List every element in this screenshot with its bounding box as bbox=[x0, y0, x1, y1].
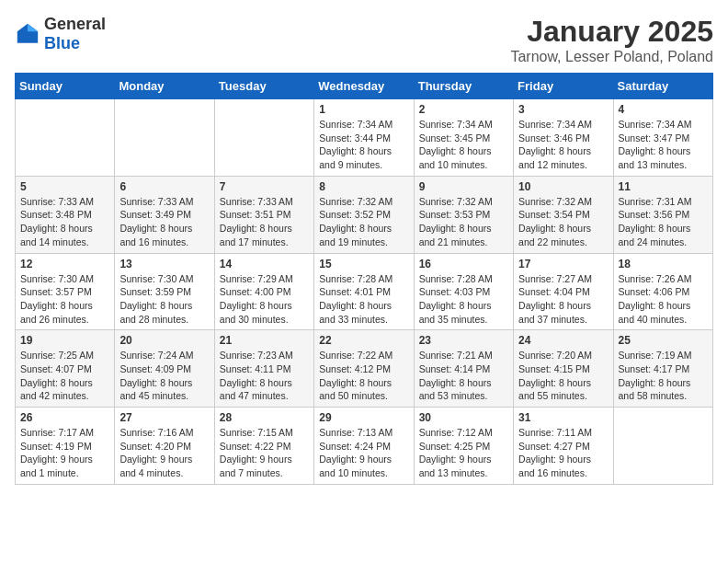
weekday-header-friday: Friday bbox=[514, 74, 613, 99]
logo-general: General bbox=[44, 15, 106, 33]
calendar-cell: 17Sunrise: 7:27 AM Sunset: 4:04 PM Dayli… bbox=[514, 253, 613, 330]
day-number: 4 bbox=[619, 103, 708, 116]
weekday-header-row: SundayMondayTuesdayWednesdayThursdayFrid… bbox=[16, 74, 713, 99]
calendar-cell: 29Sunrise: 7:13 AM Sunset: 4:24 PM Dayli… bbox=[314, 408, 414, 485]
location-title: Tarnow, Lesser Poland, Poland bbox=[510, 49, 713, 65]
calendar-cell: 20Sunrise: 7:24 AM Sunset: 4:09 PM Dayli… bbox=[115, 330, 214, 408]
day-info: Sunrise: 7:28 AM Sunset: 4:03 PM Dayligh… bbox=[419, 272, 508, 327]
day-info: Sunrise: 7:30 AM Sunset: 3:57 PM Dayligh… bbox=[20, 272, 109, 327]
day-info: Sunrise: 7:16 AM Sunset: 4:20 PM Dayligh… bbox=[119, 426, 209, 480]
calendar-cell: 21Sunrise: 7:23 AM Sunset: 4:11 PM Dayli… bbox=[214, 330, 313, 408]
day-number: 1 bbox=[319, 103, 408, 116]
day-info: Sunrise: 7:21 AM Sunset: 4:14 PM Dayligh… bbox=[419, 349, 508, 403]
title-area: January 2025 Tarnow, Lesser Poland, Pola… bbox=[510, 15, 713, 65]
day-info: Sunrise: 7:20 AM Sunset: 4:15 PM Dayligh… bbox=[518, 349, 608, 403]
svg-marker-1 bbox=[28, 24, 38, 31]
day-info: Sunrise: 7:32 AM Sunset: 3:54 PM Dayligh… bbox=[518, 195, 608, 249]
calendar-cell: 1Sunrise: 7:34 AM Sunset: 3:44 PM Daylig… bbox=[314, 99, 414, 177]
day-info: Sunrise: 7:28 AM Sunset: 4:01 PM Dayligh… bbox=[319, 272, 408, 327]
month-title: January 2025 bbox=[510, 15, 713, 49]
day-info: Sunrise: 7:19 AM Sunset: 4:17 PM Dayligh… bbox=[619, 349, 708, 403]
day-info: Sunrise: 7:15 AM Sunset: 4:22 PM Dayligh… bbox=[220, 426, 309, 480]
day-number: 23 bbox=[419, 334, 508, 347]
calendar-cell: 8Sunrise: 7:32 AM Sunset: 3:52 PM Daylig… bbox=[314, 176, 414, 253]
calendar-cell: 6Sunrise: 7:33 AM Sunset: 3:49 PM Daylig… bbox=[115, 176, 214, 253]
weekday-header-tuesday: Tuesday bbox=[214, 74, 313, 99]
day-info: Sunrise: 7:29 AM Sunset: 4:00 PM Dayligh… bbox=[220, 272, 309, 327]
day-info: Sunrise: 7:34 AM Sunset: 3:45 PM Dayligh… bbox=[419, 118, 508, 172]
calendar-cell: 3Sunrise: 7:34 AM Sunset: 3:46 PM Daylig… bbox=[514, 99, 613, 177]
day-number: 5 bbox=[20, 180, 109, 193]
day-number: 7 bbox=[220, 180, 309, 193]
calendar-row: 19Sunrise: 7:25 AM Sunset: 4:07 PM Dayli… bbox=[16, 330, 713, 408]
day-number: 18 bbox=[619, 258, 708, 270]
day-number: 22 bbox=[319, 334, 408, 347]
calendar-cell: 15Sunrise: 7:28 AM Sunset: 4:01 PM Dayli… bbox=[314, 253, 414, 330]
day-info: Sunrise: 7:34 AM Sunset: 3:47 PM Dayligh… bbox=[619, 118, 708, 172]
calendar-row: 12Sunrise: 7:30 AM Sunset: 3:57 PM Dayli… bbox=[16, 253, 713, 330]
calendar-table: SundayMondayTuesdayWednesdayThursdayFrid… bbox=[15, 73, 713, 485]
calendar-cell: 22Sunrise: 7:22 AM Sunset: 4:12 PM Dayli… bbox=[314, 330, 414, 408]
calendar-row: 5Sunrise: 7:33 AM Sunset: 3:48 PM Daylig… bbox=[16, 176, 713, 253]
calendar-cell: 24Sunrise: 7:20 AM Sunset: 4:15 PM Dayli… bbox=[514, 330, 613, 408]
day-info: Sunrise: 7:11 AM Sunset: 4:27 PM Dayligh… bbox=[518, 426, 608, 480]
day-number: 10 bbox=[518, 180, 608, 193]
day-info: Sunrise: 7:33 AM Sunset: 3:51 PM Dayligh… bbox=[220, 195, 309, 249]
day-info: Sunrise: 7:23 AM Sunset: 4:11 PM Dayligh… bbox=[220, 349, 309, 403]
calendar-row: 26Sunrise: 7:17 AM Sunset: 4:19 PM Dayli… bbox=[16, 408, 713, 485]
page-header: General Blue January 2025 Tarnow, Lesser… bbox=[15, 15, 713, 65]
day-number: 16 bbox=[419, 258, 508, 270]
calendar-cell: 10Sunrise: 7:32 AM Sunset: 3:54 PM Dayli… bbox=[514, 176, 613, 253]
day-number: 27 bbox=[119, 411, 209, 424]
day-number: 21 bbox=[220, 334, 309, 347]
day-info: Sunrise: 7:26 AM Sunset: 4:06 PM Dayligh… bbox=[619, 272, 708, 327]
calendar-cell: 12Sunrise: 7:30 AM Sunset: 3:57 PM Dayli… bbox=[16, 253, 115, 330]
day-number: 3 bbox=[518, 103, 608, 116]
day-number: 15 bbox=[319, 258, 408, 270]
day-number: 6 bbox=[119, 180, 209, 193]
day-number: 9 bbox=[419, 180, 508, 193]
weekday-header-thursday: Thursday bbox=[414, 74, 513, 99]
calendar-cell: 2Sunrise: 7:34 AM Sunset: 3:45 PM Daylig… bbox=[414, 99, 513, 177]
calendar-cell: 11Sunrise: 7:31 AM Sunset: 3:56 PM Dayli… bbox=[613, 176, 712, 253]
calendar-cell: 13Sunrise: 7:30 AM Sunset: 3:59 PM Dayli… bbox=[115, 253, 214, 330]
day-number: 11 bbox=[619, 180, 708, 193]
logo-icon bbox=[15, 21, 40, 47]
calendar-cell bbox=[613, 408, 712, 485]
calendar-cell: 5Sunrise: 7:33 AM Sunset: 3:48 PM Daylig… bbox=[16, 176, 115, 253]
calendar-cell: 31Sunrise: 7:11 AM Sunset: 4:27 PM Dayli… bbox=[514, 408, 613, 485]
day-number: 19 bbox=[20, 334, 109, 347]
day-info: Sunrise: 7:33 AM Sunset: 3:49 PM Dayligh… bbox=[119, 195, 209, 249]
day-number: 25 bbox=[619, 334, 708, 347]
day-info: Sunrise: 7:31 AM Sunset: 3:56 PM Dayligh… bbox=[619, 195, 708, 249]
day-number: 14 bbox=[220, 258, 309, 270]
day-number: 8 bbox=[319, 180, 408, 193]
day-number: 31 bbox=[518, 411, 608, 424]
calendar-cell: 18Sunrise: 7:26 AM Sunset: 4:06 PM Dayli… bbox=[613, 253, 712, 330]
day-info: Sunrise: 7:34 AM Sunset: 3:44 PM Dayligh… bbox=[319, 118, 408, 172]
logo: General Blue bbox=[15, 15, 106, 53]
logo-blue: Blue bbox=[44, 34, 80, 52]
day-number: 24 bbox=[518, 334, 608, 347]
calendar-cell: 26Sunrise: 7:17 AM Sunset: 4:19 PM Dayli… bbox=[16, 408, 115, 485]
calendar-cell: 9Sunrise: 7:32 AM Sunset: 3:53 PM Daylig… bbox=[414, 176, 513, 253]
calendar-cell: 28Sunrise: 7:15 AM Sunset: 4:22 PM Dayli… bbox=[214, 408, 313, 485]
day-number: 2 bbox=[419, 103, 508, 116]
day-number: 28 bbox=[220, 411, 309, 424]
day-info: Sunrise: 7:24 AM Sunset: 4:09 PM Dayligh… bbox=[119, 349, 209, 403]
day-number: 26 bbox=[20, 411, 109, 424]
day-info: Sunrise: 7:34 AM Sunset: 3:46 PM Dayligh… bbox=[518, 118, 608, 172]
day-info: Sunrise: 7:27 AM Sunset: 4:04 PM Dayligh… bbox=[518, 272, 608, 327]
calendar-cell: 16Sunrise: 7:28 AM Sunset: 4:03 PM Dayli… bbox=[414, 253, 513, 330]
calendar-cell: 23Sunrise: 7:21 AM Sunset: 4:14 PM Dayli… bbox=[414, 330, 513, 408]
weekday-header-sunday: Sunday bbox=[16, 74, 115, 99]
day-info: Sunrise: 7:13 AM Sunset: 4:24 PM Dayligh… bbox=[319, 426, 408, 480]
calendar-cell: 30Sunrise: 7:12 AM Sunset: 4:25 PM Dayli… bbox=[414, 408, 513, 485]
calendar-cell: 4Sunrise: 7:34 AM Sunset: 3:47 PM Daylig… bbox=[613, 99, 712, 177]
day-info: Sunrise: 7:22 AM Sunset: 4:12 PM Dayligh… bbox=[319, 349, 408, 403]
calendar-cell: 7Sunrise: 7:33 AM Sunset: 3:51 PM Daylig… bbox=[214, 176, 313, 253]
weekday-header-wednesday: Wednesday bbox=[314, 74, 414, 99]
day-info: Sunrise: 7:32 AM Sunset: 3:52 PM Dayligh… bbox=[319, 195, 408, 249]
day-number: 29 bbox=[319, 411, 408, 424]
day-info: Sunrise: 7:25 AM Sunset: 4:07 PM Dayligh… bbox=[20, 349, 109, 403]
